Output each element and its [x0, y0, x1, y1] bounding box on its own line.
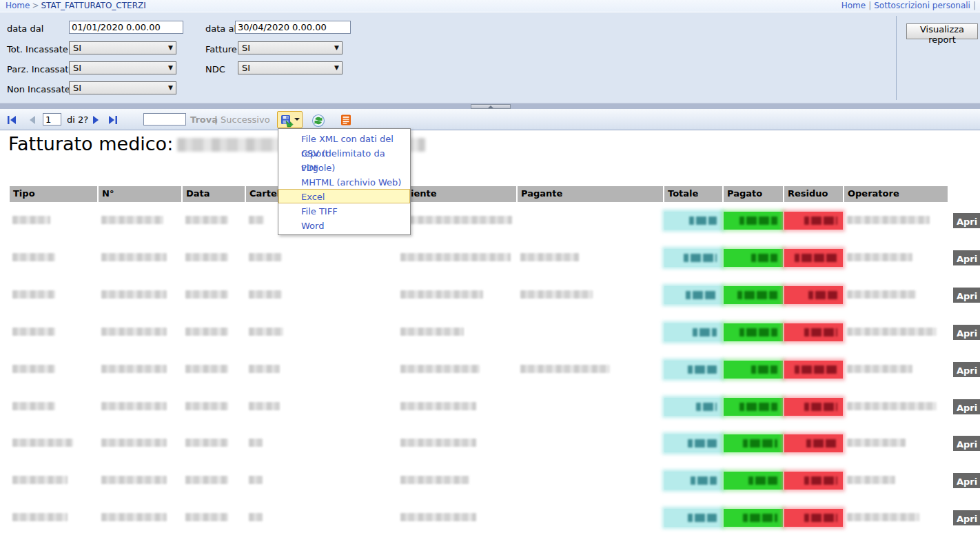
breadcrumb-home-link[interactable]: Home — [6, 1, 30, 10]
previous-page-icon[interactable] — [26, 114, 39, 126]
redacted-cliente — [400, 290, 483, 299]
column-header-data: Data — [183, 186, 245, 202]
column-header-cliente: Cliente — [398, 186, 516, 202]
redacted-residuo-amount — [795, 254, 837, 262]
fatture-select[interactable]: SI ▼ — [238, 41, 343, 54]
home-link[interactable]: Home — [841, 1, 866, 10]
export-save-icon — [280, 114, 294, 128]
data-feed-icon[interactable] — [340, 114, 352, 126]
redacted-pagato-amount — [739, 328, 777, 336]
redacted-tipo — [12, 253, 55, 261]
pagato-value-cell — [724, 509, 783, 527]
apri-button[interactable]: Apri F — [953, 362, 980, 377]
data-dal-input[interactable] — [69, 21, 183, 34]
apri-button[interactable]: Apri F — [953, 325, 980, 340]
tot-incassate-select[interactable]: SI ▼ — [69, 41, 176, 54]
residuo-value-cell — [784, 286, 843, 304]
redacted-pagante — [520, 253, 579, 261]
redacted-totale-amount — [686, 291, 717, 299]
redacted-totale-amount — [696, 403, 717, 411]
redacted-cartella — [249, 290, 282, 299]
export-menu-item-csv[interactable]: CSV (delimitato da virgole) — [278, 145, 410, 160]
export-menu-item-word[interactable]: Word — [278, 218, 410, 232]
redacted-tipo — [12, 513, 68, 521]
pagato-value-cell — [724, 286, 783, 304]
apri-button[interactable]: Apri F — [953, 473, 980, 488]
redacted-data — [185, 476, 228, 484]
parz-incassate-select[interactable]: SI ▼ — [69, 61, 176, 74]
residuo-value-cell — [784, 212, 843, 230]
apri-button[interactable]: Apri F — [953, 399, 980, 414]
find-next-link[interactable]: Successivo — [221, 114, 270, 125]
pagato-value-cell — [724, 398, 783, 416]
redacted-pagato-amount — [748, 476, 777, 485]
pagato-value-cell — [724, 434, 783, 452]
apri-button[interactable]: Apri F — [953, 510, 980, 525]
redacted-residuo-amount — [806, 439, 837, 447]
redacted-operatore — [847, 365, 912, 373]
chevron-down-icon: ▼ — [334, 44, 339, 51]
apri-button[interactable]: Apri F — [953, 213, 980, 228]
redacted-n — [101, 253, 167, 261]
export-caret-icon — [294, 118, 300, 121]
export-menu-item-file[interactable]: File XML con dati del report — [278, 131, 410, 145]
non-incassate-select[interactable]: SI ▼ — [69, 81, 176, 94]
export-menu-item-pdf[interactable]: PDF — [278, 160, 410, 174]
apri-button[interactable]: Apri F — [953, 250, 980, 265]
export-menu-item-mhtml[interactable]: MHTML (archivio Web) — [278, 174, 410, 189]
ndc-select[interactable]: SI ▼ — [238, 61, 343, 74]
pagato-value-cell — [724, 212, 783, 230]
export-button[interactable] — [277, 111, 303, 128]
redacted-totale-amount — [688, 365, 717, 374]
redacted-totale-amount — [689, 217, 717, 225]
page-number-input[interactable] — [43, 113, 61, 125]
fatture-label: Fatture — [205, 44, 237, 54]
residuo-value-cell — [784, 361, 843, 379]
find-separator: | — [214, 114, 218, 125]
totale-value-cell — [664, 398, 722, 416]
redacted-tipo — [12, 476, 68, 484]
non-incassate-label: Non Incassate — [7, 84, 70, 94]
fatture-value: SI — [242, 43, 250, 53]
redacted-pagato-amount — [743, 514, 777, 522]
redacted-n — [101, 328, 167, 336]
splitter-bar — [0, 103, 980, 109]
redacted-operatore — [847, 402, 937, 410]
data-al-input[interactable] — [235, 21, 351, 34]
redacted-cartella — [249, 439, 263, 447]
redacted-data — [185, 216, 228, 224]
redacted-totale-amount — [688, 439, 717, 447]
parz-incassate-value: SI — [73, 63, 81, 73]
find-text-input[interactable] — [143, 113, 186, 125]
refresh-icon[interactable] — [312, 114, 325, 128]
redacted-operatore — [847, 216, 930, 224]
ndc-label: NDC — [205, 64, 225, 74]
residuo-value-cell — [784, 398, 843, 416]
subscriptions-link[interactable]: Sottoscrizioni personali — [874, 1, 970, 10]
redacted-operatore — [847, 439, 906, 447]
next-page-icon[interactable] — [90, 114, 102, 126]
view-report-button[interactable]: Visualizza report — [906, 23, 978, 39]
collapse-up-icon — [488, 105, 493, 108]
pagato-value-cell — [724, 323, 783, 341]
apri-button[interactable]: Apri F — [953, 436, 980, 451]
redacted-data — [185, 328, 228, 336]
totale-value-cell — [664, 286, 722, 304]
export-menu-item-excel[interactable]: Excel — [278, 189, 410, 203]
chevron-down-icon: ▼ — [168, 84, 173, 91]
splitter-collapse-handle[interactable] — [471, 104, 511, 109]
redacted-cliente — [400, 476, 469, 484]
non-incassate-value: SI — [73, 83, 81, 93]
pagato-value-cell — [724, 472, 783, 490]
redacted-tipo — [12, 328, 55, 336]
last-page-icon[interactable] — [107, 114, 119, 126]
redacted-cartella — [249, 365, 280, 373]
export-menu-item-file[interactable]: File TIFF — [278, 203, 410, 218]
first-page-icon[interactable] — [6, 114, 18, 126]
redacted-totale-amount — [684, 254, 717, 262]
redacted-pagato-amount — [751, 365, 777, 374]
apri-button[interactable]: Apri F — [953, 288, 980, 303]
redacted-cartella — [249, 513, 263, 521]
totale-value-cell — [664, 212, 722, 230]
redacted-operatore — [847, 513, 919, 521]
